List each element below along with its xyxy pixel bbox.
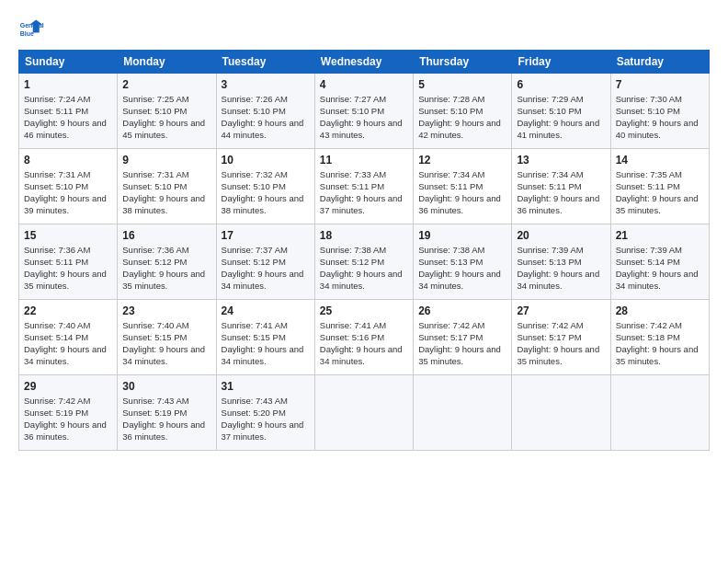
sunset-label: Sunset: 5:17 PM: [517, 332, 581, 342]
calendar-cell: [512, 375, 610, 451]
sunrise-label: Sunrise: 7:35 AM: [616, 169, 682, 179]
calendar-cell: 12Sunrise: 7:34 AMSunset: 5:11 PMDayligh…: [414, 149, 512, 224]
calendar-cell: 23Sunrise: 7:40 AMSunset: 5:15 PMDayligh…: [118, 300, 216, 375]
sunset-label: Sunset: 5:13 PM: [418, 257, 483, 267]
daylight-label: Daylight: 9 hours and 34 minutes.: [320, 344, 403, 366]
sunrise-label: Sunrise: 7:40 AM: [24, 320, 90, 330]
daylight-label: Daylight: 9 hours and 38 minutes.: [122, 193, 205, 215]
day-number: 10: [222, 153, 310, 167]
sunrise-label: Sunrise: 7:42 AM: [616, 320, 682, 330]
daylight-label: Daylight: 9 hours and 38 minutes.: [222, 193, 304, 215]
sunset-label: Sunset: 5:10 PM: [320, 106, 384, 116]
col-header-wednesday: Wednesday: [314, 51, 413, 74]
sunrise-label: Sunrise: 7:43 AM: [122, 396, 188, 406]
daylight-label: Daylight: 9 hours and 35 minutes.: [517, 344, 599, 366]
daylight-label: Daylight: 9 hours and 36 minutes.: [418, 193, 501, 215]
calendar-table: SundayMondayTuesdayWednesdayThursdayFrid…: [18, 50, 710, 451]
calendar-cell: 18Sunrise: 7:38 AMSunset: 5:12 PMDayligh…: [314, 224, 413, 300]
sunrise-label: Sunrise: 7:25 AM: [122, 94, 188, 104]
daylight-label: Daylight: 9 hours and 41 minutes.: [517, 118, 599, 140]
sunrise-label: Sunrise: 7:41 AM: [320, 320, 386, 330]
day-number: 19: [418, 228, 506, 243]
calendar-cell: [610, 375, 709, 451]
sunset-label: Sunset: 5:12 PM: [222, 257, 286, 267]
calendar-cell: 3Sunrise: 7:26 AMSunset: 5:10 PMDaylight…: [216, 74, 314, 149]
sunset-label: Sunset: 5:12 PM: [122, 257, 187, 267]
sunset-label: Sunset: 5:11 PM: [517, 181, 581, 191]
daylight-label: Daylight: 9 hours and 39 minutes.: [24, 193, 107, 215]
sunset-label: Sunset: 5:10 PM: [616, 106, 680, 116]
day-number: 9: [122, 153, 210, 167]
sunrise-label: Sunrise: 7:36 AM: [24, 245, 90, 255]
calendar-cell: [414, 375, 512, 451]
sunrise-label: Sunrise: 7:26 AM: [222, 94, 288, 104]
day-number: 22: [24, 304, 112, 318]
day-number: 25: [320, 304, 408, 318]
sunset-label: Sunset: 5:10 PM: [122, 181, 187, 191]
calendar-cell: 10Sunrise: 7:32 AMSunset: 5:10 PMDayligh…: [216, 149, 314, 224]
day-number: 14: [616, 153, 704, 167]
sunset-label: Sunset: 5:10 PM: [122, 106, 187, 116]
day-number: 7: [616, 77, 704, 92]
calendar-cell: 4Sunrise: 7:27 AMSunset: 5:10 PMDaylight…: [314, 74, 413, 149]
sunrise-label: Sunrise: 7:41 AM: [222, 320, 288, 330]
daylight-label: Daylight: 9 hours and 34 minutes.: [222, 269, 304, 291]
sunrise-label: Sunrise: 7:43 AM: [222, 396, 288, 406]
col-header-tuesday: Tuesday: [216, 51, 314, 74]
day-number: 30: [122, 379, 210, 394]
sunset-label: Sunset: 5:11 PM: [616, 181, 680, 191]
sunset-label: Sunset: 5:11 PM: [24, 106, 88, 116]
calendar-cell: 20Sunrise: 7:39 AMSunset: 5:13 PMDayligh…: [512, 224, 610, 300]
calendar-cell: 15Sunrise: 7:36 AMSunset: 5:11 PMDayligh…: [19, 224, 118, 300]
col-header-monday: Monday: [118, 51, 216, 74]
sunrise-label: Sunrise: 7:34 AM: [418, 169, 484, 179]
sunset-label: Sunset: 5:14 PM: [24, 332, 88, 342]
daylight-label: Daylight: 9 hours and 34 minutes.: [24, 344, 107, 366]
calendar-cell: 24Sunrise: 7:41 AMSunset: 5:15 PMDayligh…: [216, 300, 314, 375]
sunrise-label: Sunrise: 7:27 AM: [320, 94, 386, 104]
sunset-label: Sunset: 5:19 PM: [122, 408, 187, 418]
day-number: 16: [122, 228, 210, 243]
calendar-cell: [314, 375, 413, 451]
sunset-label: Sunset: 5:10 PM: [222, 181, 286, 191]
calendar-cell: 7Sunrise: 7:30 AMSunset: 5:10 PMDaylight…: [610, 74, 709, 149]
calendar-cell: 9Sunrise: 7:31 AMSunset: 5:10 PMDaylight…: [118, 149, 216, 224]
day-number: 21: [616, 228, 704, 243]
sunset-label: Sunset: 5:11 PM: [24, 257, 88, 267]
day-number: 6: [517, 77, 605, 92]
sunrise-label: Sunrise: 7:24 AM: [24, 94, 90, 104]
calendar-cell: 6Sunrise: 7:29 AMSunset: 5:10 PMDaylight…: [512, 74, 610, 149]
logo-icon: General Blue: [18, 17, 44, 42]
calendar-cell: 16Sunrise: 7:36 AMSunset: 5:12 PMDayligh…: [118, 224, 216, 300]
calendar-cell: 11Sunrise: 7:33 AMSunset: 5:11 PMDayligh…: [314, 149, 413, 224]
day-number: 5: [418, 77, 506, 92]
day-number: 27: [517, 304, 605, 318]
calendar-cell: 28Sunrise: 7:42 AMSunset: 5:18 PMDayligh…: [610, 300, 709, 375]
calendar-cell: 1Sunrise: 7:24 AMSunset: 5:11 PMDaylight…: [19, 74, 118, 149]
daylight-label: Daylight: 9 hours and 35 minutes.: [122, 269, 205, 291]
svg-rect-0: [18, 17, 44, 42]
calendar-cell: 27Sunrise: 7:42 AMSunset: 5:17 PMDayligh…: [512, 300, 610, 375]
daylight-label: Daylight: 9 hours and 34 minutes.: [320, 269, 403, 291]
daylight-label: Daylight: 9 hours and 43 minutes.: [320, 118, 403, 140]
col-header-sunday: Sunday: [19, 51, 118, 74]
sunrise-label: Sunrise: 7:42 AM: [418, 320, 484, 330]
daylight-label: Daylight: 9 hours and 40 minutes.: [616, 118, 699, 140]
calendar-cell: 22Sunrise: 7:40 AMSunset: 5:14 PMDayligh…: [19, 300, 118, 375]
day-number: 3: [222, 77, 310, 92]
calendar-cell: 19Sunrise: 7:38 AMSunset: 5:13 PMDayligh…: [414, 224, 512, 300]
daylight-label: Daylight: 9 hours and 45 minutes.: [122, 118, 205, 140]
sunset-label: Sunset: 5:10 PM: [517, 106, 581, 116]
sunset-label: Sunset: 5:19 PM: [24, 408, 88, 418]
daylight-label: Daylight: 9 hours and 36 minutes.: [24, 419, 107, 442]
sunset-label: Sunset: 5:17 PM: [418, 332, 483, 342]
daylight-label: Daylight: 9 hours and 34 minutes.: [418, 269, 501, 291]
calendar-cell: 17Sunrise: 7:37 AMSunset: 5:12 PMDayligh…: [216, 224, 314, 300]
calendar-cell: 26Sunrise: 7:42 AMSunset: 5:17 PMDayligh…: [414, 300, 512, 375]
sunrise-label: Sunrise: 7:40 AM: [122, 320, 188, 330]
day-number: 28: [616, 304, 704, 318]
day-number: 13: [517, 153, 605, 167]
day-number: 18: [320, 228, 408, 243]
sunrise-label: Sunrise: 7:39 AM: [616, 245, 682, 255]
calendar-cell: 5Sunrise: 7:28 AMSunset: 5:10 PMDaylight…: [414, 74, 512, 149]
